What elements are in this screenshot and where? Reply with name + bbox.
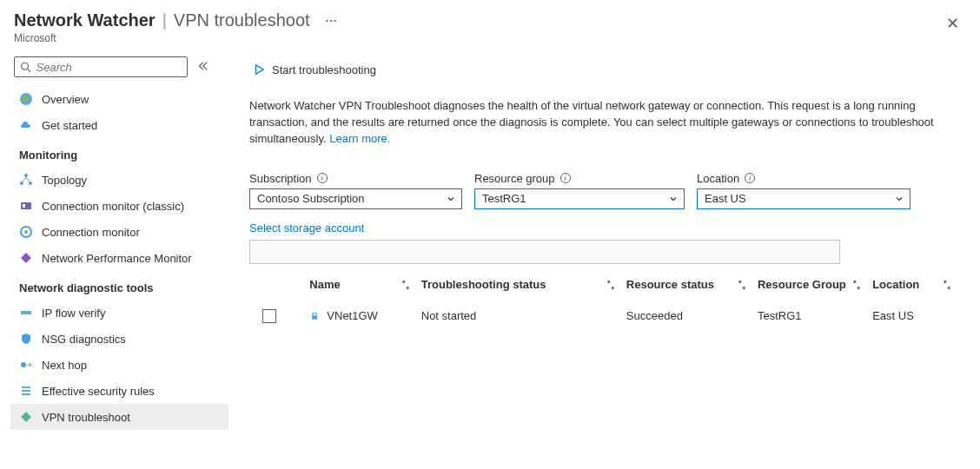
sidebar-item-label: Network Performance Monitor: [42, 252, 192, 265]
location-label: Location: [697, 172, 739, 185]
sidebar-item-ip-flow-verify[interactable]: IP flow verify: [10, 300, 228, 326]
sidebar-item-connection-monitor-classic[interactable]: Connection monitor (classic): [10, 193, 228, 219]
resource-group-label: Resource group: [474, 172, 555, 185]
subscription-select[interactable]: Contoso Subscription: [249, 188, 462, 209]
col-ts-header[interactable]: Troubleshooting status: [421, 278, 546, 291]
chevron-down-icon: [894, 194, 904, 204]
sidebar-item-overview[interactable]: Overview: [10, 86, 228, 112]
svg-marker-19: [256, 65, 264, 75]
svg-line-1: [28, 69, 30, 71]
sort-icon[interactable]: [851, 280, 862, 290]
search-input-wrapper[interactable]: [14, 56, 188, 77]
close-icon[interactable]: ✕: [943, 10, 963, 36]
sidebar-item-next-hop[interactable]: Next hop: [10, 352, 228, 378]
sidebar-collapse-icon[interactable]: [196, 60, 209, 75]
title-separator: |: [162, 10, 167, 30]
svg-rect-9: [23, 204, 25, 208]
sidebar-item-label: Effective security rules: [42, 385, 155, 398]
rules-icon: [19, 384, 33, 398]
nsg-icon: [19, 332, 33, 346]
header: Network Watcher | VPN troubleshoot ··· M…: [0, 0, 980, 51]
col-name-header[interactable]: Name: [309, 278, 340, 291]
topology-icon: [19, 173, 33, 187]
svg-rect-15: [22, 386, 30, 388]
col-loc-header[interactable]: Location: [872, 278, 919, 291]
row-rs: Succeeded: [626, 309, 758, 322]
sidebar-item-label: Connection monitor (classic): [42, 200, 184, 213]
sort-icon[interactable]: [737, 280, 747, 290]
sidebar-item-label: Get started: [42, 119, 97, 132]
svg-rect-20: [312, 315, 317, 320]
search-icon: [20, 61, 31, 73]
col-rg-header[interactable]: Resource Group: [758, 278, 846, 291]
svg-point-0: [22, 63, 29, 69]
info-icon[interactable]: i: [560, 173, 571, 183]
sidebar-item-label: IP flow verify: [42, 307, 105, 320]
sidebar-item-vpn-troubleshoot[interactable]: VPN troubleshoot: [10, 404, 228, 430]
subscription-label: Subscription: [249, 172, 312, 185]
sort-icon[interactable]: [942, 280, 952, 290]
location-value: East US: [705, 192, 746, 205]
sidebar: Overview Get started Monitoring Topology…: [0, 51, 228, 469]
play-icon: [253, 63, 265, 76]
svg-line-7: [26, 177, 30, 182]
page-title-sub: VPN troubleshoot: [174, 10, 310, 30]
cloud-icon: [19, 118, 33, 132]
sidebar-item-effective-rules[interactable]: Effective security rules: [10, 378, 228, 404]
col-rs-header[interactable]: Resource status: [626, 278, 714, 291]
row-ts: Not started: [421, 309, 626, 322]
row-rg: TestRG1: [758, 309, 872, 322]
sidebar-section-diag: Network diagnostic tools: [10, 271, 228, 300]
sidebar-item-label: Connection monitor: [42, 226, 140, 239]
main-content: Start troubleshooting Network Watcher VP…: [228, 51, 980, 469]
page-subtitle: Microsoft: [14, 32, 337, 44]
ip-flow-icon: [19, 306, 33, 320]
svg-rect-17: [22, 393, 30, 395]
vpn-icon: [19, 410, 33, 424]
info-icon[interactable]: i: [317, 173, 328, 183]
info-icon[interactable]: i: [745, 173, 755, 183]
chevron-down-icon: [446, 194, 456, 204]
svg-rect-16: [22, 390, 30, 392]
row-checkbox[interactable]: [262, 309, 276, 323]
resource-group-value: TestRG1: [482, 192, 526, 205]
npm-icon: [19, 251, 33, 265]
sort-icon[interactable]: [401, 280, 411, 290]
row-name: VNet1GW: [327, 309, 378, 322]
chevron-down-icon: [668, 194, 679, 204]
description: Network Watcher VPN Troubleshoot diagnos…: [249, 98, 963, 148]
select-storage-account-link[interactable]: Select storage account: [249, 221, 364, 234]
svg-point-14: [21, 362, 26, 367]
resource-group-select[interactable]: TestRG1: [474, 188, 685, 209]
learn-more-link[interactable]: Learn more.: [329, 132, 390, 145]
start-troubleshooting-button[interactable]: Start troubleshooting: [249, 60, 380, 80]
svg-marker-18: [21, 412, 31, 422]
svg-point-4: [20, 182, 23, 185]
table: Name Troubleshooting status Resource sta…: [249, 269, 963, 332]
sidebar-item-npm[interactable]: Network Performance Monitor: [10, 245, 228, 271]
svg-line-6: [23, 177, 26, 182]
sidebar-item-label: Next hop: [42, 359, 87, 372]
monitor-classic-icon: [19, 199, 33, 213]
sidebar-item-nsg-diag[interactable]: NSG diagnostics: [10, 326, 228, 352]
svg-point-11: [24, 230, 28, 234]
sidebar-item-label: VPN troubleshoot: [42, 411, 130, 424]
sidebar-item-label: Overview: [42, 93, 89, 106]
sidebar-section-monitoring: Monitoring: [10, 138, 228, 167]
sidebar-item-label: Topology: [42, 174, 87, 187]
sidebar-item-topology[interactable]: Topology: [10, 167, 228, 193]
table-filter-bar[interactable]: [249, 240, 840, 264]
title-more-icon[interactable]: ···: [326, 14, 338, 27]
page-title-main: Network Watcher: [14, 10, 156, 30]
svg-point-5: [29, 182, 32, 185]
table-row[interactable]: VNet1GW Not started Succeeded TestRG1 Ea…: [249, 301, 963, 332]
svg-rect-8: [21, 202, 31, 209]
svg-point-3: [24, 174, 28, 177]
search-input[interactable]: [36, 61, 182, 74]
lock-icon: [309, 311, 320, 321]
next-hop-icon: [19, 358, 33, 372]
sort-icon[interactable]: [606, 280, 616, 290]
sidebar-item-connection-monitor[interactable]: Connection monitor: [10, 219, 228, 245]
sidebar-item-get-started[interactable]: Get started: [10, 112, 228, 138]
location-select[interactable]: East US: [697, 188, 910, 209]
